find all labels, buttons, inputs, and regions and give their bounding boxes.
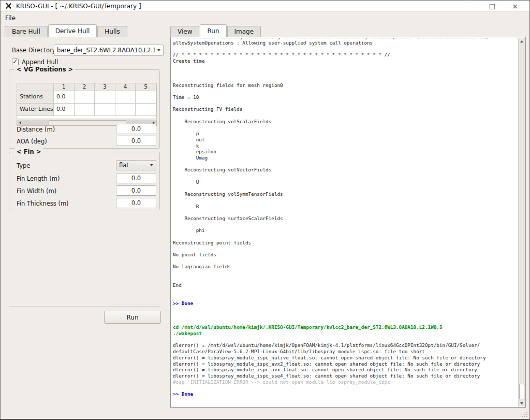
maximize-button[interactable]: □ xyxy=(481,2,504,10)
vg-positions-group: < VG Positions > 12345Stations0.0Water L… xyxy=(9,69,160,149)
menu-bar: File xyxy=(1,12,529,23)
vg-table-cell-r2c4[interactable] xyxy=(115,104,136,116)
vg-positions-title: < VG Positions > xyxy=(14,66,75,73)
console-line: dlerror() = libospray_module_ispc_avx2_f… xyxy=(173,361,518,367)
menu-file[interactable]: File xyxy=(1,13,20,23)
fin-type-value: flat xyxy=(116,162,148,169)
tab-hulls[interactable]: Hulls xyxy=(97,26,127,37)
vg-table-cell-r1c4[interactable] xyxy=(115,91,136,104)
vg-table-cell-r2c1[interactable]: 0.0 xyxy=(54,104,75,116)
resize-grip-icon[interactable] xyxy=(522,411,528,417)
aoa-input[interactable] xyxy=(116,136,156,146)
console-line: dlerror() = libospray_module_ispc_avx_fl… xyxy=(173,367,518,373)
console-line xyxy=(173,222,518,228)
console-line: Reconstructing volSymmTensorFields xyxy=(173,191,518,197)
console-line: dlerror() = libospray_module_ispc_native… xyxy=(173,355,518,361)
right-tab-bar: ViewRunImage xyxy=(170,24,261,37)
fin-thickness-label: Fin Thickness (m) xyxy=(17,200,69,207)
vg-table-row-header-water-lines: Water Lines xyxy=(17,104,54,116)
fin-length-input[interactable] xyxy=(116,173,156,183)
window-title: KRISO-GUI - [ ~/.KRISO-GUI/Temporary ] xyxy=(16,3,141,10)
console-panel: fileModificationChecking : Monitoring ru… xyxy=(170,37,526,408)
console-line: No point fields xyxy=(173,252,518,258)
vg-table-column-header-5: 5 xyxy=(136,83,156,91)
console-line: U xyxy=(173,179,518,185)
fin-thickness-input[interactable] xyxy=(116,198,156,208)
tab-run[interactable]: Run xyxy=(200,24,226,37)
console-line: Time = 10 xyxy=(173,94,518,100)
append-hull-checkbox[interactable] xyxy=(12,59,19,65)
fin-length-label: Fin Length (m) xyxy=(17,175,60,182)
tab-image[interactable]: Image xyxy=(227,26,261,37)
vg-table-cell-r1c3[interactable] xyxy=(95,91,115,104)
console-line: Reconstructing point fields xyxy=(173,240,518,246)
scroll-down-arrow-icon[interactable] xyxy=(519,400,525,407)
console-line: Reconstructing volScalarFields xyxy=(173,119,518,125)
tab-view[interactable]: View xyxy=(170,26,199,37)
vg-table-cell-r2c3[interactable] xyxy=(95,104,115,116)
vg-table-column-header-3: 3 xyxy=(95,83,115,91)
fin-width-label: Fin Width (m) xyxy=(17,187,56,195)
console-line xyxy=(173,245,518,252)
vg-table-column-header-1: 1 xyxy=(54,83,75,91)
console-line: dlerror() = libospray_module_ispc_sse4_f… xyxy=(173,373,518,379)
run-button[interactable]: Run xyxy=(104,311,161,324)
console-line: >> Done xyxy=(173,300,518,307)
fin-type-combobox[interactable]: flat xyxy=(116,160,156,170)
vg-table-cell-r2c2[interactable] xyxy=(75,104,95,116)
tab-derive-hull[interactable]: Derive Hull xyxy=(48,24,97,37)
distance-input[interactable] xyxy=(116,124,156,134)
console-line: phi xyxy=(173,227,518,234)
aoa-label: AOA (deg) xyxy=(17,138,47,145)
fin-width-input[interactable] xyxy=(116,185,156,196)
vg-table-row-header-stations: Stations xyxy=(17,91,54,104)
tab-bare-hull[interactable]: Bare Hull xyxy=(5,26,48,37)
vg-table-column-header-4: 4 xyxy=(115,83,136,91)
console-line: p xyxy=(173,131,518,137)
divider xyxy=(9,306,160,307)
console-line xyxy=(173,258,518,264)
console-line: defaultCase/ParaView-5.6.2-MPI-Linux-64b… xyxy=(173,349,518,355)
console-line xyxy=(173,185,518,191)
scroll-up-arrow-icon[interactable] xyxy=(519,38,525,45)
console-output[interactable]: fileModificationChecking : Monitoring ru… xyxy=(173,38,518,406)
console-line xyxy=(173,318,518,325)
base-directory-label: Base Directory xyxy=(12,47,56,54)
console-line xyxy=(173,385,518,391)
console-line: >> Done xyxy=(173,391,518,397)
console-vertical-scrollbar[interactable] xyxy=(518,38,525,407)
console-line xyxy=(173,88,518,94)
fin-group: < Fin > Type flat Fin Length (m) Fin Wid… xyxy=(9,152,160,210)
vg-table-cell-r1c1[interactable]: 0.0 xyxy=(54,91,75,104)
horizontal-scroll-thumb[interactable] xyxy=(49,120,126,125)
console-line xyxy=(173,197,518,204)
vg-table-cell-r1c2[interactable] xyxy=(75,91,95,104)
vg-table-column-header-2: 2 xyxy=(75,83,95,91)
console-line: End xyxy=(173,282,518,288)
console-line: epsilon xyxy=(173,149,518,155)
scroll-left-arrow-icon[interactable] xyxy=(17,120,23,125)
console-line: ./wakepost xyxy=(173,330,518,337)
console-line xyxy=(173,312,518,318)
minimize-button[interactable]: – xyxy=(458,2,481,10)
console-line xyxy=(173,276,518,282)
console-line: Create time xyxy=(173,58,518,64)
console-line: Reconstructing volVectorFields xyxy=(173,167,518,173)
vertical-scroll-thumb[interactable] xyxy=(519,384,524,399)
chevron-down-icon xyxy=(155,49,163,51)
left-tab-bar: Bare HullDerive HullHulls xyxy=(5,24,128,37)
app-logo-icon xyxy=(5,2,12,10)
console-line xyxy=(173,161,518,167)
console-line: No lagrangian fields xyxy=(173,264,518,270)
console-line xyxy=(173,234,518,240)
console-line: allowSystemOperations : Allowing user-su… xyxy=(173,40,518,46)
console-line xyxy=(173,337,518,343)
title-bar[interactable]: KRISO-GUI - [ ~/.KRISO-GUI/Temporary ] –… xyxy=(1,1,529,12)
close-button[interactable]: × xyxy=(504,2,526,10)
vg-table-cell-r2c5[interactable] xyxy=(136,104,156,116)
console-line: Reconstructing surfaceScalarFields xyxy=(173,215,518,222)
base-directory-combobox[interactable]: bare_der_ST2.6WL2.8AOA10.L2.1W0.5 xyxy=(54,45,164,56)
console-line xyxy=(173,306,518,312)
chevron-down-icon xyxy=(148,164,156,166)
vg-table-cell-r1c5[interactable] xyxy=(136,91,156,104)
